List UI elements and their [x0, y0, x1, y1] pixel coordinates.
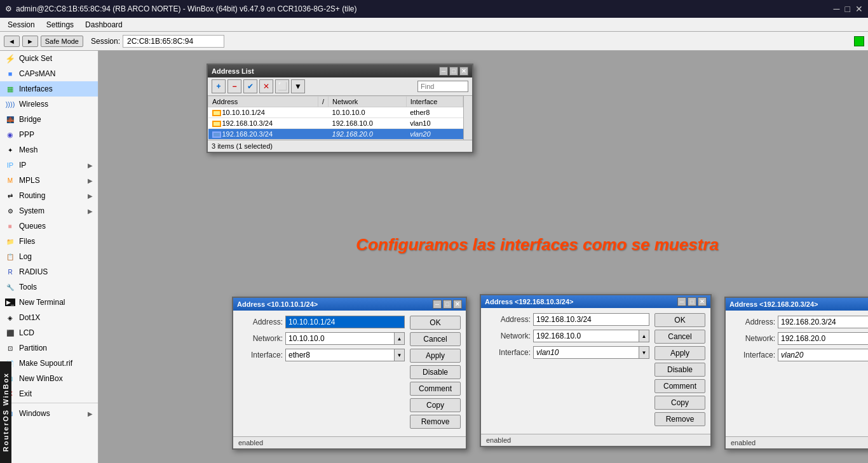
- dialog1-interface-dropdown-btn[interactable]: ▼: [395, 349, 405, 361]
- dialog2-network-arrow-btn[interactable]: ▲: [639, 330, 649, 342]
- sidebar-item-log[interactable]: 📋 Log: [0, 249, 98, 264]
- addr-edit-button[interactable]: ✔: [243, 79, 257, 93]
- sidebar-label-mesh: Mesh: [19, 145, 37, 154]
- table-row[interactable]: 10.10.10.1/24 10.10.10.0 ether8: [208, 107, 463, 118]
- sidebar-label-ppp: PPP: [19, 130, 34, 139]
- dialog1-close-btn[interactable]: ✕: [453, 300, 462, 309]
- addr-find-input[interactable]: [417, 81, 468, 92]
- dialog1-controls[interactable]: ─ □ ✕: [433, 300, 462, 309]
- dialog1-disable-button[interactable]: Disable: [410, 365, 461, 379]
- dialog2-ok-button[interactable]: OK: [654, 313, 705, 327]
- dialog1-maximize-btn[interactable]: □: [443, 300, 452, 309]
- dialog1-cancel-button[interactable]: Cancel: [410, 332, 461, 346]
- sidebar-item-ip[interactable]: IP IP ▶: [0, 158, 98, 173]
- sidebar-item-make-supout[interactable]: 📄 Make Supout.rif: [0, 356, 98, 371]
- dialog2-cancel-button[interactable]: Cancel: [654, 330, 705, 344]
- dialog2-close-btn[interactable]: ✕: [698, 297, 707, 306]
- addr-remove-button[interactable]: −: [227, 79, 241, 93]
- dialog2-controls[interactable]: ─ □ ✕: [677, 297, 707, 306]
- addr-list-minimize-btn[interactable]: ─: [439, 67, 448, 76]
- dialog1-remove-button[interactable]: Remove: [410, 415, 461, 429]
- dialog2-copy-button[interactable]: Copy: [654, 396, 705, 410]
- col-sort[interactable]: /: [318, 97, 328, 107]
- sidebar-item-windows[interactable]: ⊟ Windows ▶: [0, 406, 98, 421]
- terminal-icon: ▶_: [5, 297, 15, 307]
- sidebar-item-tools[interactable]: 🔧 Tools: [0, 279, 98, 295]
- close-button[interactable]: ✕: [855, 4, 863, 14]
- addr-delete-button[interactable]: ✕: [259, 79, 273, 93]
- queues-icon: ≡: [5, 221, 15, 231]
- col-interface[interactable]: Interface: [406, 97, 463, 107]
- col-address[interactable]: Address: [208, 97, 318, 107]
- dialog2-address-input[interactable]: [533, 313, 649, 326]
- address-list-controls[interactable]: ─ □ ✕: [439, 67, 468, 76]
- dialog2-disable-button[interactable]: Disable: [654, 363, 705, 377]
- dialog1-minimize-btn[interactable]: ─: [433, 300, 442, 309]
- dialog2-remove-button[interactable]: Remove: [654, 412, 705, 426]
- dialog3-interface-input[interactable]: [778, 349, 868, 361]
- sidebar-item-new-winbox[interactable]: ⊞ New WinBox: [0, 371, 98, 386]
- sidebar-item-mesh[interactable]: ✦ Mesh: [0, 142, 98, 158]
- sidebar-item-partition[interactable]: ⊡ Partition: [0, 340, 98, 356]
- dialog3-network-input[interactable]: [778, 332, 868, 345]
- dialog1-apply-button[interactable]: Apply: [410, 349, 461, 363]
- addr-add-button[interactable]: +: [212, 79, 226, 93]
- sidebar-item-dot1x[interactable]: ◈ Dot1X: [0, 310, 98, 325]
- sidebar-label-lcd: LCD: [19, 328, 34, 337]
- dialog2-minimize-btn[interactable]: ─: [677, 297, 686, 306]
- sidebar-item-queues[interactable]: ≡ Queues: [0, 218, 98, 234]
- safe-mode-button[interactable]: Safe Mode: [41, 36, 83, 47]
- sidebar-label-interfaces: Interfaces: [19, 84, 53, 93]
- forward-button[interactable]: ►: [22, 36, 38, 47]
- menu-item-settings[interactable]: Settings: [41, 19, 79, 30]
- addr-list-close-btn[interactable]: ✕: [459, 67, 468, 76]
- titlebar-controls[interactable]: ─ □ ✕: [834, 4, 863, 14]
- dialog2-comment-button[interactable]: Comment: [654, 379, 705, 393]
- dialog1-ok-button[interactable]: OK: [410, 316, 461, 330]
- table-row[interactable]: 192.168.20.3/24 192.168.20.0 vlan20: [208, 129, 463, 140]
- dialog3-address-label: Address:: [731, 318, 775, 326]
- dialog1-copy-button[interactable]: Copy: [410, 398, 461, 412]
- sidebar-item-files[interactable]: 📁 Files: [0, 234, 98, 249]
- dialog2-interface-dropdown-btn[interactable]: ▼: [639, 346, 649, 359]
- dialog2-maximize-btn[interactable]: □: [688, 297, 696, 306]
- dialog2-network-input[interactable]: [533, 330, 639, 342]
- sidebar-item-mpls[interactable]: M MPLS ▶: [0, 173, 98, 188]
- dialog3-titlebar: Address <192.168.20.3/24> ─ □ ✕: [726, 298, 868, 311]
- dialog2-interface-input[interactable]: [533, 346, 639, 359]
- bridge-icon: 🌉: [5, 114, 15, 124]
- sidebar-item-exit[interactable]: ✕ Exit: [0, 386, 98, 401]
- dialog1-network-input[interactable]: [285, 332, 395, 345]
- minimize-button[interactable]: ─: [834, 4, 840, 14]
- maximize-button[interactable]: □: [845, 4, 850, 14]
- dialog3-interface-field: ▼: [778, 349, 868, 361]
- ros-winbox-label: RouterOS WinBox: [2, 372, 10, 452]
- sidebar-item-bridge[interactable]: 🌉 Bridge: [0, 112, 98, 127]
- dialog2-apply-button[interactable]: Apply: [654, 346, 705, 360]
- sidebar-item-capsman[interactable]: ■ CAPsMAN: [0, 66, 98, 81]
- address-list-scrollbar[interactable]: [463, 96, 472, 140]
- table-row[interactable]: 192.168.10.3/24 192.168.10.0 vlan10: [208, 118, 463, 129]
- back-button[interactable]: ◄: [4, 36, 20, 47]
- sidebar-item-routing[interactable]: ⇄ Routing ▶: [0, 188, 98, 203]
- dialog1-network-arrow-btn[interactable]: ▲: [395, 332, 405, 345]
- sidebar-item-new-terminal[interactable]: ▶_ New Terminal: [0, 295, 98, 310]
- menu-item-dashboard[interactable]: Dashboard: [80, 19, 128, 30]
- sidebar-item-wireless[interactable]: )))) Wireless: [0, 97, 98, 112]
- col-network[interactable]: Network: [329, 97, 407, 107]
- addr-copy-button[interactable]: ⬜: [275, 79, 289, 93]
- dialog1-address-input[interactable]: [285, 316, 405, 328]
- session-id-input[interactable]: [123, 35, 224, 48]
- dialog1-comment-button[interactable]: Comment: [410, 382, 461, 396]
- sidebar-item-system[interactable]: ⚙ System ▶: [0, 203, 98, 218]
- dialog1-interface-input[interactable]: [285, 349, 395, 361]
- sidebar-item-quick-set[interactable]: ⚡ Quick Set: [0, 51, 98, 66]
- addr-list-maximize-btn[interactable]: □: [449, 67, 458, 76]
- sidebar-item-lcd[interactable]: ⬛ LCD: [0, 325, 98, 340]
- addr-filter-button[interactable]: ▼: [291, 79, 305, 93]
- sidebar-item-radius[interactable]: R RADIUS: [0, 264, 98, 279]
- menu-item-session[interactable]: Session: [3, 19, 40, 30]
- dialog3-address-input[interactable]: [778, 316, 868, 328]
- sidebar-item-interfaces[interactable]: ▦ Interfaces: [0, 81, 98, 97]
- sidebar-item-ppp[interactable]: ◉ PPP: [0, 127, 98, 142]
